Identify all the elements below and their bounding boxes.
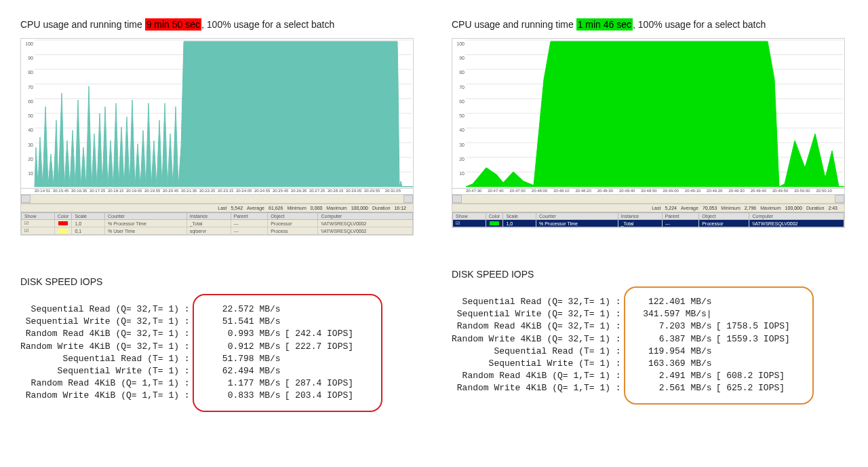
y-tick: 100 <box>454 41 465 46</box>
x-tick: 20:49:30 <box>728 189 744 193</box>
stat-label: Last <box>652 206 660 210</box>
chart-area: 100908070605040302010 <box>21 39 413 189</box>
iops-iops-value: [ 222.7 IOPS] <box>281 341 353 353</box>
legend-header[interactable]: Show <box>22 213 55 220</box>
stat-label: Duration <box>806 206 824 210</box>
headline-time-highlight: 9 min 50 sec <box>145 18 201 31</box>
legend-header[interactable]: Object <box>699 213 749 220</box>
headline-prefix: CPU usage and running time <box>452 19 576 30</box>
legend-header[interactable]: Color <box>54 213 72 220</box>
legend-cell-object: Processor <box>699 220 749 227</box>
legend-grid[interactable]: ShowColorScaleCounterInstanceParentObjec… <box>452 212 844 227</box>
stat-label: Average <box>681 206 698 210</box>
legend-show-checkbox[interactable]: ☑ <box>22 227 55 235</box>
iops-label: Random Write 4KiB (Q= 1,T= 1) : <box>452 382 621 394</box>
legend-color-swatch <box>486 220 503 227</box>
iops-iops-value: [ 1559.3 IOPS] <box>712 333 790 345</box>
legend-header[interactable]: Parent <box>231 213 267 220</box>
x-tick: 20:50:10 <box>816 189 832 193</box>
legend-header[interactable]: Counter <box>105 213 187 220</box>
iops-value-box: 22.572 MB/s51.541 MB/s0.993 MB/s[ 242.4 … <box>193 294 382 412</box>
y-tick: 30 <box>454 143 465 147</box>
stat-label: Maximum <box>760 206 781 210</box>
iops-mb-value: 0.993 MB/s <box>206 328 281 340</box>
iops-row: 7.203 MB/s[ 1758.5 IOPS] <box>637 320 800 333</box>
legend-cell-counter: % User Time <box>105 227 187 235</box>
legend-cell-scale: 1,0 <box>503 220 536 227</box>
legend-cell-object: Process <box>268 227 318 235</box>
legend-header[interactable]: Object <box>268 213 318 220</box>
stat-label: Average <box>247 206 264 210</box>
legend-grid[interactable]: ShowColorScaleCounterInstanceParentObjec… <box>21 212 413 235</box>
legend-header[interactable]: Instance <box>618 213 662 220</box>
legend-header[interactable]: Color <box>486 213 503 220</box>
x-tick: 20:31:05 <box>385 189 401 193</box>
iops-mb-value: 62.494 MB/s <box>206 365 281 377</box>
x-tick: 20:29:05 <box>346 189 361 193</box>
legend-header[interactable]: Parent <box>662 213 698 220</box>
iops-iops-value: [ 287.4 IOPS] <box>281 377 353 390</box>
stat-label: Last <box>218 206 226 210</box>
legend-show-checkbox[interactable]: ☑ <box>453 220 486 227</box>
iops-iops-value: [ 203.4 IOPS] <box>281 390 353 402</box>
horizontal-scrollbar[interactable] <box>21 194 413 204</box>
stat-value: 2:43 <box>828 206 837 210</box>
perfmon-panel: 10090807060504030201020:14:5120:15:4520:… <box>20 38 414 236</box>
legend-row[interactable]: ☑1,0% Processor Time_Total---Processor\\… <box>453 220 844 227</box>
legend-show-checkbox[interactable]: ☑ <box>22 220 55 227</box>
legend-cell-scale: 0,1 <box>72 227 105 235</box>
legend-header[interactable]: Scale <box>503 213 536 220</box>
legend-color-swatch <box>54 227 72 235</box>
legend-header[interactable]: Computer <box>749 213 844 220</box>
y-tick: 80 <box>454 70 465 75</box>
cpu-headline: CPU usage and running time 1 min 46 sec,… <box>452 19 845 30</box>
x-tick: 20:49:50 <box>772 189 788 193</box>
y-tick: 90 <box>22 56 33 60</box>
legend-cell-computer: \\ATWSRESQLV0002 <box>749 220 844 227</box>
iops-mb-value: 163.369 MB/s <box>637 358 712 370</box>
horizontal-scrollbar[interactable] <box>452 194 844 204</box>
x-tick: 20:49:00 <box>663 189 679 193</box>
stat-label: Minimum <box>721 206 740 210</box>
y-tick: 40 <box>454 128 465 132</box>
iops-iops-value: [ 608.2 IOPS] <box>712 370 785 382</box>
x-tick: 20:48:50 <box>641 189 656 193</box>
iops-mb-value: 51.798 MB/s <box>206 353 281 365</box>
stat-value: 61,626 <box>269 206 283 210</box>
iops-row: 1.177 MB/s[ 287.4 IOPS] <box>206 377 369 390</box>
y-tick: 10 <box>454 171 465 176</box>
legend-header[interactable]: Computer <box>318 213 413 220</box>
y-tick: 60 <box>22 99 33 104</box>
x-tick: 20:22:25 <box>199 189 215 193</box>
iops-label: Sequential Read (T= 1) : <box>452 345 621 358</box>
legend-cell-instance: sqlservr <box>186 227 231 235</box>
iops-row: 6.387 MB/s[ 1559.3 IOPS] <box>637 333 800 345</box>
legend-cell-parent: --- <box>662 220 698 227</box>
stat-value: 5,224 <box>665 206 677 210</box>
x-tick: 20:24:05 <box>236 189 252 193</box>
legend-header[interactable]: Counter <box>536 213 618 220</box>
stat-value: 70,053 <box>703 206 717 210</box>
y-tick: 30 <box>22 143 33 147</box>
legend-header[interactable]: Scale <box>72 213 105 220</box>
series-area <box>466 41 844 187</box>
iops-value-box: 122.401 MB/s341.597 MB/s|7.203 MB/s[ 175… <box>624 286 814 405</box>
x-tick: 20:15:45 <box>53 189 68 193</box>
iops-row: 2.561 MB/s[ 625.2 IOPS] <box>637 382 800 394</box>
iops-title: DISK SPEED IOPS <box>20 276 414 287</box>
chart-stats: Last5,542Average61,626Minimum0,000Maximu… <box>21 204 413 212</box>
iops-label: Sequential Write (Q= 32,T= 1) : <box>452 308 621 320</box>
legend-row[interactable]: ☑1,0% Processor Time_Total---Processor\\… <box>22 220 413 227</box>
iops-row: 119.954 MB/s <box>637 345 800 358</box>
iops-label: Sequential Read (T= 1) : <box>20 353 190 365</box>
iops-label: Random Read 4KiB (Q= 1,T= 1) : <box>20 377 190 390</box>
iops-iops-value: [ 625.2 IOPS] <box>712 382 785 394</box>
legend-row[interactable]: ☑0,1% User Timesqlservr---Process\\ATWSR… <box>22 227 413 235</box>
x-tick: 20:49:40 <box>751 189 766 193</box>
cpu-headline: CPU usage and running time 9 min 50 sec,… <box>20 19 414 30</box>
y-axis: 100908070605040302010 <box>22 41 33 176</box>
x-axis: 20:47:3020:47:4020:47:5020:48:0020:48:10… <box>452 189 844 194</box>
legend-header[interactable]: Instance <box>186 213 231 220</box>
legend-header[interactable]: Show <box>453 213 486 220</box>
iops-label: Sequential Read (Q= 32,T= 1) : <box>20 303 190 316</box>
